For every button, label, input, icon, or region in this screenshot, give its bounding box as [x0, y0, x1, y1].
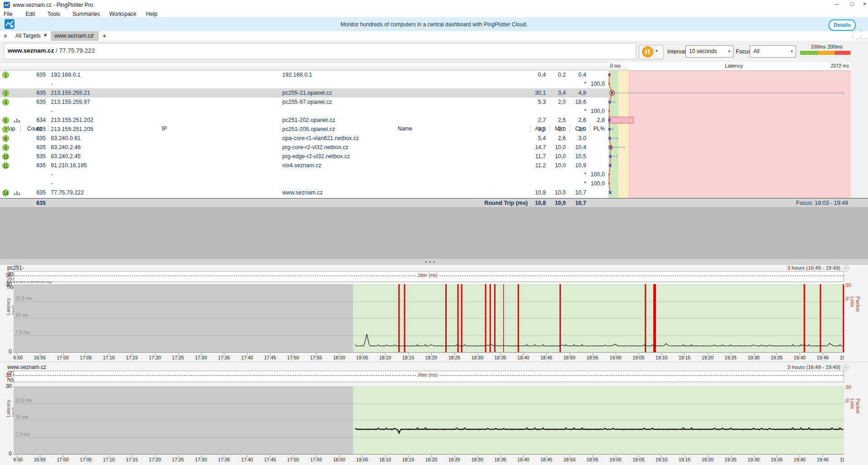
cell-ip: 213.155.251.205	[51, 126, 93, 132]
cell-count: 635	[20, 72, 46, 78]
plot-area[interactable]: 22,5 ms15 ms7,5 ms	[14, 386, 844, 455]
cell-ip: 213.155.251.202	[51, 117, 93, 123]
cell-cur: 18,6	[566, 99, 586, 105]
x-tick-mark	[63, 354, 63, 355]
maximize-button[interactable]: ▢	[847, 0, 857, 8]
cell-cur: 10,9	[566, 162, 586, 169]
table-row[interactable]: 4635213.155.255.97pc255-97.opanet.cz5,32…	[0, 97, 608, 107]
table-row[interactable]: 1463577.75.79.222www.seznam.cz10,810,010…	[0, 188, 608, 197]
pause-button[interactable]	[642, 46, 653, 58]
table-row[interactable]: 3635213.155.255.21pc255-21.opanet.cz30,1…	[0, 88, 608, 97]
focus-range-label: Focus: 18:03 - 19:49	[757, 200, 848, 206]
plot-area[interactable]: 22,5 ms15 ms7,5 ms	[14, 284, 844, 353]
chevron-down-icon[interactable]: ⌄	[843, 265, 849, 271]
menu-item-summaries[interactable]: Summaries	[72, 11, 100, 17]
time-range-selector[interactable]: 3 hours (16:49 - 19:49)	[725, 265, 840, 271]
cell-pl: 100,0	[586, 171, 605, 178]
packet-loss-event	[445, 284, 447, 352]
x-tick-mark	[800, 455, 800, 457]
target-host: www.seznam.cz	[8, 47, 54, 54]
table-row[interactable]: 863583.240.0.61opa-core-r1-vlan621.netbo…	[0, 134, 608, 143]
x-tick-label: 18:25	[446, 457, 463, 462]
x-tick-mark	[546, 354, 547, 355]
x-tick-label: 19:00	[608, 355, 624, 360]
pause-dropdown-icon[interactable]: ▾	[656, 48, 658, 53]
menu-item-edit[interactable]: Edit	[25, 11, 35, 17]
graph-shown-icon	[14, 118, 20, 123]
table-row[interactable]: 1635192.168.0.1192.168.0.10,40,20,4	[0, 70, 608, 79]
cell-ip: -	[51, 108, 53, 114]
x-tick-label: 18:15	[400, 457, 416, 462]
x-tick-mark	[385, 354, 386, 355]
cell-count: 635	[20, 90, 46, 96]
scale-200ms-label: 200ms	[824, 44, 846, 49]
missing-sample-marker	[608, 183, 610, 185]
latency-trace-plot	[608, 70, 851, 198]
x-tick-label: 17:20	[147, 457, 163, 462]
cell-name: pc251-205.opanet.cz	[282, 126, 335, 132]
tab-menu-icon[interactable]: ≡	[4, 33, 7, 39]
jitter-band: Jitter (ms)	[14, 271, 844, 282]
table-row[interactable]: -*100,0	[0, 79, 608, 88]
title-bar: www.seznam.cz - PingPlotter Pro — ▢ ✕	[0, 0, 868, 10]
x-tick-mark	[661, 455, 662, 457]
table-row[interactable]: 963583.240.2.46prg-core-r2-vl32.netbox.c…	[0, 143, 608, 152]
time-range-selector[interactable]: 3 hours (16:49 - 19:49)	[725, 364, 840, 370]
menu-item-help[interactable]: Help	[146, 11, 158, 17]
x-tick-mark	[685, 455, 685, 457]
round-trip-avg: 10,8	[526, 200, 546, 206]
divider	[654, 46, 654, 57]
table-row[interactable]: 1163591.210.16.195nix4.seznam.cz11,210,0…	[0, 161, 608, 170]
tab-target-label: www.seznam.cz	[54, 33, 93, 39]
pane-scroll-left-icon[interactable]: ‹	[852, 33, 854, 39]
table-row[interactable]: -*100,0	[0, 170, 608, 179]
menu-item-workspace[interactable]: Workspace	[109, 11, 136, 17]
table-row[interactable]: -*100,0	[0, 179, 608, 188]
table-row[interactable]: 6634213.155.251.202pc251-202.opanet.cz2,…	[0, 116, 608, 125]
tab-close-icon[interactable]: ✕	[43, 33, 47, 38]
chevron-down-icon[interactable]: ⌄	[843, 364, 849, 371]
x-tick-label: 19:30	[746, 355, 762, 360]
hop-number-badge: 11	[2, 162, 9, 169]
x-tick-mark	[823, 455, 823, 457]
right-axis-top-label: 30	[845, 384, 851, 390]
x-tick-mark	[638, 455, 639, 457]
cell-min: 10,0	[546, 189, 566, 196]
x-tick-mark	[593, 354, 593, 355]
table-row[interactable]: 1063583.240.2.45prg-edge-r2-vl32.netbox.…	[0, 152, 608, 161]
table-row[interactable]: 7635213.155.251.205pc251-205.opanet.cz3,…	[0, 125, 608, 134]
tab-scroll-left-icon[interactable]: ‹	[852, 27, 854, 34]
packet-loss-event	[518, 284, 519, 352]
table-row[interactable]: -*100,0	[0, 107, 608, 116]
menu-item-file[interactable]: File	[4, 11, 12, 17]
cell-count: 634	[20, 117, 46, 123]
target-address-box[interactable]	[4, 43, 636, 59]
x-tick-label: 17:55	[308, 355, 324, 360]
interval-select[interactable]: 10 seconds ▾	[685, 45, 733, 58]
x-tick-mark	[708, 455, 708, 457]
round-trip-cur: 10,7	[566, 200, 586, 206]
x-tick-mark	[823, 354, 823, 355]
x-tick-mark	[293, 354, 294, 355]
menu-item-tools[interactable]: Tools	[48, 11, 60, 17]
hop-number-badge: 6	[2, 117, 9, 124]
x-tick-mark	[178, 354, 178, 355]
minimize-button[interactable]: —	[832, 0, 842, 8]
packet-loss-event	[485, 284, 486, 352]
new-tab-button[interactable]: +	[102, 32, 106, 39]
focus-select[interactable]: All ▾	[750, 45, 796, 58]
cell-ip: -	[51, 81, 53, 87]
cell-cur: *	[566, 108, 586, 114]
right-axis-top-label: 30	[845, 282, 851, 288]
close-button[interactable]: ✕	[860, 0, 868, 8]
missing-sample-marker	[608, 174, 610, 176]
x-tick-mark	[616, 455, 616, 457]
cell-pl: 2,8	[586, 117, 605, 123]
x-tick-mark	[477, 455, 478, 457]
x-tick-label: 19:05	[630, 355, 646, 360]
cell-cur: 2,6	[566, 117, 586, 123]
x-tick-mark	[731, 455, 731, 457]
x-tick-label: 17:00	[55, 355, 71, 360]
cell-name: pc255-21.opanet.cz	[282, 90, 332, 96]
tab-scroll-right-icon[interactable]: ›	[860, 27, 862, 34]
